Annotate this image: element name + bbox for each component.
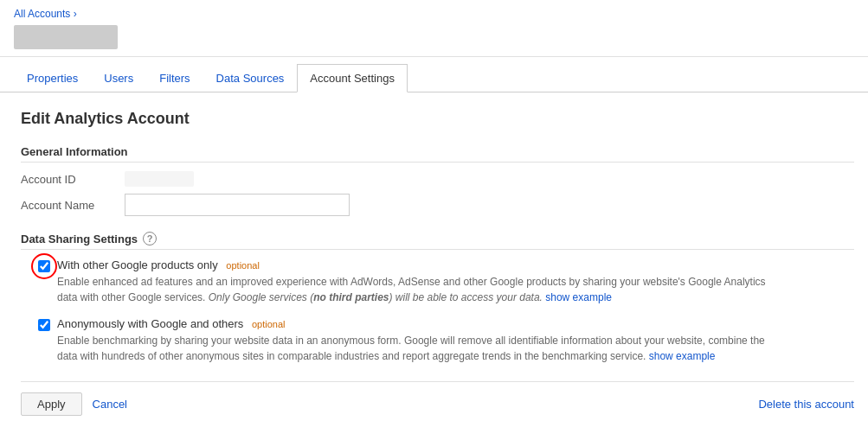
account-name-input[interactable] — [125, 194, 350, 216]
google-products-desc: Enable enhanced ad features and an impro… — [57, 274, 767, 305]
tab-nav: Properties Users Filters Data Sources Ac… — [0, 64, 868, 92]
cancel-button[interactable]: Cancel — [89, 392, 131, 416]
apply-button[interactable]: Apply — [21, 392, 82, 416]
google-products-label-area: With other Google products only optional… — [57, 258, 767, 305]
general-info-section-title: General Information — [21, 145, 854, 163]
google-products-optional: optional — [226, 260, 260, 271]
account-id-row: Account ID — [21, 171, 854, 187]
tab-users[interactable]: Users — [91, 64, 146, 92]
google-products-title: With other Google products only — [57, 258, 218, 271]
data-sharing-options: With other Google products only optional… — [21, 258, 854, 364]
google-products-option: With other Google products only optional… — [38, 258, 854, 305]
anonymously-desc: Enable benchmarking by sharing your webs… — [57, 333, 767, 364]
account-id-label: Account ID — [21, 173, 125, 186]
data-sharing-title: Data Sharing Settings ? — [21, 232, 854, 250]
google-products-show-example[interactable]: show example — [545, 291, 612, 303]
action-bar: Apply Cancel Delete this account — [21, 381, 854, 416]
tab-properties[interactable]: Properties — [14, 64, 91, 92]
logo-area — [14, 25, 854, 49]
anonymously-show-example[interactable]: show example — [649, 350, 716, 362]
google-products-italic: Only Google services (no third parties) … — [209, 291, 543, 303]
all-accounts-link[interactable]: All Accounts › — [14, 8, 77, 20]
anonymously-checkbox-wrapper — [38, 319, 50, 334]
account-name-row: Account Name — [21, 194, 854, 216]
account-name-label: Account Name — [21, 199, 125, 212]
top-bar: All Accounts › — [0, 0, 868, 57]
google-products-checkbox[interactable] — [38, 260, 50, 272]
account-id-value — [125, 171, 194, 187]
page-title: Edit Analytics Account — [21, 110, 854, 128]
anonymously-option: Anonymously with Google and others optio… — [38, 317, 854, 364]
anonymously-title: Anonymously with Google and others — [57, 317, 243, 330]
google-products-title-row: With other Google products only optional — [57, 258, 767, 271]
main-content: Edit Analytics Account General Informati… — [0, 92, 868, 433]
anonymously-checkbox[interactable] — [38, 319, 50, 331]
anonymously-title-row: Anonymously with Google and others optio… — [57, 317, 767, 330]
delete-account-link[interactable]: Delete this account — [758, 398, 854, 411]
google-products-checkbox-wrapper — [38, 260, 50, 275]
help-icon[interactable]: ? — [143, 232, 157, 246]
logo-image — [14, 25, 118, 49]
tab-data-sources[interactable]: Data Sources — [203, 64, 298, 92]
tab-filters[interactable]: Filters — [146, 64, 203, 92]
tab-account-settings[interactable]: Account Settings — [297, 64, 408, 92]
anonymously-label-area: Anonymously with Google and others optio… — [57, 317, 767, 364]
action-left: Apply Cancel — [21, 392, 131, 416]
anonymously-optional: optional — [252, 319, 286, 329]
